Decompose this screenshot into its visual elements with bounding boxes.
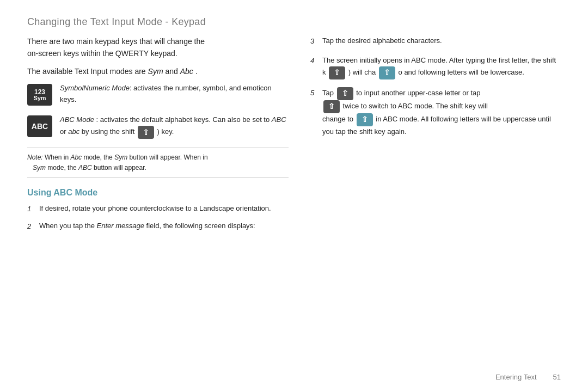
key-abc: ABC (27, 115, 52, 137)
note-label: Note: (27, 154, 43, 161)
step-1: 1 If desired, rotate your phone counterc… (27, 203, 289, 215)
key-123-sym: 123 Sym (27, 84, 52, 106)
page: Changing the Text Input Mode - Keypad Th… (0, 0, 588, 392)
left-column: There are two main keypad keys that will… (27, 35, 289, 367)
sym-mode-row: 123 Sym SymbolNumeric Mode: activates th… (27, 83, 289, 106)
abc-mode-row: ABC ABC Mode : activates the default alp… (27, 114, 289, 139)
intro-text-3: The available Text Input modes are (27, 67, 146, 76)
using-abc-heading: Using ABC Mode (27, 188, 289, 198)
step-2: 2 When you tap the Enter message field, … (27, 220, 289, 232)
step-2-content: When you tap the Enter message field, th… (39, 220, 289, 232)
shift-key-tap-1: ⇧ (337, 87, 353, 100)
note-button-appear: button will appear. When in (129, 154, 207, 161)
footer-page-number: 51 (553, 373, 561, 381)
page-heading: Changing the Text Input Mode - Keypad (27, 16, 561, 28)
step-2-num: 2 (27, 221, 35, 232)
sym-mode-label: SymbolNumeric Mode (60, 84, 130, 92)
abc-mode-label: ABC Mode (60, 115, 94, 124)
shift-key-blue-1: ⇧ (329, 66, 345, 79)
note-paragraph: Note: When in Abc mode, the Sym button w… (27, 152, 289, 173)
step-1-num: 1 (27, 204, 35, 215)
note-mode-sym: mode, the (83, 154, 114, 161)
shift-key-blue-2: ⇧ (379, 66, 395, 79)
footer: Entering Text 51 (27, 367, 561, 381)
footer-label: Entering Text (495, 373, 537, 381)
enter-message-italic: Enter message (97, 222, 144, 230)
shift-key-tap-2: ⇧ (323, 100, 340, 113)
sym-key-icon: 123 Sym (27, 84, 52, 106)
abc-mode-or: or (60, 127, 68, 136)
step-3-content: Tap the desired alphabetic characters. (322, 35, 561, 47)
abc-mode-key-label: ) key. (157, 127, 174, 136)
step-5-content: Tap ⇧ to input another upper-case letter… (322, 87, 561, 138)
note-sym-italic: Sym (114, 154, 127, 161)
shift-key-blue-3: ⇧ (357, 113, 373, 126)
intro-period: . (195, 67, 198, 76)
right-steps-list: 3 Tap the desired alphabetic characters.… (310, 35, 561, 137)
intro-and: and (165, 67, 180, 76)
abc-mode-abc-small: abc (68, 127, 79, 136)
right-column: 3 Tap the desired alphabetic characters.… (310, 35, 561, 367)
step-3: 3 Tap the desired alphabetic characters. (310, 35, 561, 47)
step-4-num: 4 (310, 56, 318, 67)
step-5-num: 5 (310, 88, 318, 99)
abc-mode-using-shift: by using the shift (82, 127, 137, 136)
step-4-content: The screen initially opens in ABC mode. … (322, 55, 561, 79)
abc-mode-set-to: ABC (272, 115, 286, 124)
intro-sym-label: Sym (148, 67, 163, 76)
note-abc-italic: Abc (70, 154, 82, 161)
intro-abc-label: Abc (180, 67, 193, 76)
steps-list: 1 If desired, rotate your phone counterc… (27, 203, 289, 232)
sym-mode-description: SymbolNumeric Mode: activates the number… (60, 83, 289, 106)
shift-key-icon: ⇧ (138, 126, 154, 139)
intro-paragraph-2: The available Text Input modes are Sym a… (27, 65, 289, 77)
intro-paragraph-1: There are two main keypad keys that will… (27, 35, 289, 60)
abc-key-icon: ABC (27, 115, 52, 137)
note-mode-abc: mode, the (47, 164, 78, 171)
step-1-content: If desired, rotate your phone counterclo… (39, 203, 289, 215)
note-box: Note: When in Abc mode, the Sym button w… (27, 148, 289, 178)
step-5: 5 Tap ⇧ to input another upper-case lett… (310, 87, 561, 138)
abc-mode-description: ABC Mode : activates the default alphabe… (60, 114, 289, 139)
intro-text-1: There are two main keypad keys that will… (27, 37, 205, 46)
two-column-layout: There are two main keypad keys that will… (27, 35, 561, 367)
note-abc-italic2: ABC (78, 164, 92, 171)
intro-text-2: on-screen keys within the QWERTY keypad. (27, 49, 177, 58)
note-sym-italic2: Sym (27, 164, 46, 171)
step-4: 4 The screen initially opens in ABC mode… (310, 55, 561, 79)
abc-mode-desc: : activates the default alphabet keys. C… (96, 115, 270, 124)
note-when-in: When in (45, 154, 70, 161)
note-button-appear2: button will appear. (94, 164, 146, 171)
step-3-num: 3 (310, 36, 318, 47)
